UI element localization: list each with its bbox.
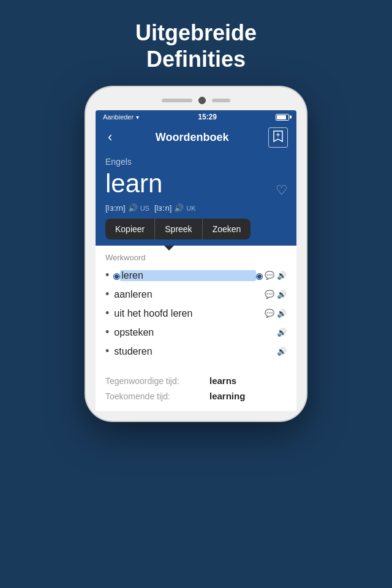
comment-icon[interactable]: 💬 — [265, 309, 274, 318]
bullet: • — [105, 307, 109, 320]
context-menu-search[interactable]: Zoeken — [203, 219, 251, 239]
conj-present-value: learns — [209, 375, 236, 386]
definition-text: leren — [120, 270, 256, 281]
list-item: • leren 💬 🔊 — [105, 266, 287, 285]
sound-icon[interactable]: 🔊 — [277, 309, 287, 318]
phonetic-uk: [lɜːn] 🔊 UK — [154, 203, 196, 213]
sound-icon[interactable]: 🔊 — [277, 328, 287, 337]
sound-icon[interactable]: 🔊 — [277, 347, 287, 356]
speaker-us-icon[interactable]: 🔊 — [128, 203, 138, 213]
conj-future-label: Toekomende tijd: — [105, 391, 209, 401]
sound-icon[interactable]: 🔊 — [277, 290, 287, 299]
microphone — [212, 99, 230, 102]
def-icons: 💬 🔊 — [265, 309, 287, 318]
conj-future-value: learning — [209, 391, 245, 401]
front-camera — [198, 97, 206, 104]
comment-icon[interactable]: 💬 — [265, 271, 274, 280]
battery-fill — [277, 115, 286, 119]
list-item: • opsteken 🔊 — [105, 323, 287, 342]
def-icons: 🔊 — [277, 328, 287, 337]
carrier-name: Aanbieder — [103, 113, 134, 121]
back-button[interactable]: ‹ — [104, 129, 116, 145]
word-phonetics: [lɜːrn] 🔊 US [lɜːn] 🔊 UK — [105, 203, 287, 213]
conjugation-area: Tegenwoordige tijd: learns Toekomende ti… — [96, 368, 296, 411]
status-bar: Aanbieder ▾ 15:29 — [96, 110, 296, 124]
bullet: • — [105, 288, 109, 301]
bullet: • — [105, 345, 109, 358]
word-language: Engels — [105, 157, 287, 167]
definition-text: opsteken — [114, 327, 274, 338]
definitions-area: Werkwoord • leren 💬 🔊 — [96, 246, 296, 368]
definition-list: • leren 💬 🔊 • aanleren — [105, 266, 287, 361]
def-word: leren — [114, 270, 262, 281]
sound-icon[interactable]: 🔊 — [277, 271, 287, 280]
bullet: • — [105, 326, 109, 339]
context-menu-speak[interactable]: Spreek — [155, 219, 202, 239]
speaker-uk-icon[interactable]: 🔊 — [174, 203, 184, 213]
definition-text: studeren — [114, 346, 274, 357]
def-icons: 🔊 — [277, 347, 287, 356]
phonetic-us: [lɜːrn] 🔊 US — [105, 203, 149, 213]
comment-icon[interactable]: 💬 — [265, 290, 274, 299]
part-of-speech: Werkwoord — [105, 253, 287, 262]
conj-present-label: Tegenwoordige tijd: — [105, 376, 209, 386]
phone-shell: Aanbieder ▾ 15:29 ‹ Woordenboek — [86, 87, 306, 421]
bullet: • — [105, 269, 109, 282]
nav-title: Woordenboek — [156, 131, 229, 144]
bookmark-button[interactable] — [268, 127, 288, 148]
carrier-info: Aanbieder ▾ — [103, 113, 139, 121]
conj-row-present: Tegenwoordige tijd: learns — [105, 373, 287, 388]
battery-indicator — [276, 114, 289, 121]
context-menu-wrapper: Kopieer Spreek Zoeken — [96, 219, 296, 246]
def-icons: 💬 🔊 — [265, 271, 287, 280]
battery-icon — [276, 114, 289, 121]
word-text: learn — [105, 169, 287, 198]
navigation-bar: ‹ Woordenboek — [96, 124, 296, 151]
context-menu-copy[interactable]: Kopieer — [105, 219, 155, 239]
context-menu: Kopieer Spreek Zoeken — [105, 219, 251, 239]
status-time: 15:29 — [198, 113, 217, 121]
definition-text: uit het hoofd leren — [114, 308, 262, 319]
phone-top-sensors — [96, 97, 296, 104]
earpiece-speaker — [162, 99, 192, 102]
list-item: • uit het hoofd leren 💬 🔊 — [105, 304, 287, 323]
wifi-icon: ▾ — [136, 114, 139, 121]
phone-screen: Aanbieder ▾ 15:29 ‹ Woordenboek — [96, 110, 296, 411]
list-item: • studeren 🔊 — [105, 342, 287, 361]
def-icons: 💬 🔊 — [265, 290, 287, 299]
conj-row-future: Toekomende tijd: learning — [105, 388, 287, 404]
list-item: • aanleren 💬 🔊 — [105, 285, 287, 304]
definition-text: aanleren — [114, 289, 262, 300]
favorite-button[interactable]: ♡ — [276, 183, 288, 198]
selection-handle-left — [114, 274, 119, 279]
page-header: Uitgebreide Definities — [99, 0, 293, 87]
page-title: Uitgebreide Definities — [135, 20, 257, 72]
selection-handle-right — [257, 274, 262, 279]
word-header: Engels learn [lɜːrn] 🔊 US [lɜːn] 🔊 UK — [96, 151, 296, 222]
